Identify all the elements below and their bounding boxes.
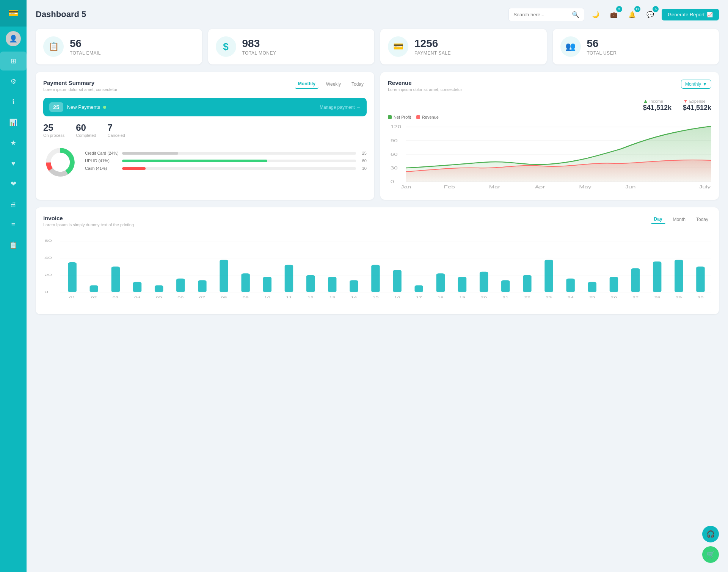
bar-7 <box>198 280 206 292</box>
svg-text:20: 20 <box>44 273 52 277</box>
search-bar[interactable]: 🔍 <box>508 8 584 21</box>
money-icon: $ <box>216 36 236 57</box>
support-fab[interactable]: 🎧 <box>702 526 719 542</box>
sidebar-item-heart[interactable]: ♥ <box>0 154 27 173</box>
cc-fill <box>122 152 178 155</box>
sidebar-item-dashboard[interactable]: ⊞ <box>0 52 27 71</box>
progress-row-cash: Cash (41%) 10 <box>85 166 367 171</box>
income-value: $41,512k <box>643 104 672 112</box>
sidebar-item-chart[interactable]: 📊 <box>0 113 27 132</box>
bar-24 <box>566 279 574 292</box>
svg-text:09: 09 <box>243 295 249 299</box>
income-stat: ▲ Income $41,512k <box>643 98 672 112</box>
bar-18 <box>436 273 445 292</box>
svg-text:Jan: Jan <box>401 185 411 189</box>
svg-text:60: 60 <box>391 152 398 157</box>
svg-text:17: 17 <box>416 295 422 299</box>
invoice-title: Invoice <box>43 215 134 221</box>
search-input[interactable] <box>513 12 569 17</box>
user-label: TOTAL USER <box>587 50 617 56</box>
tab-monthly-payment[interactable]: Monthly <box>295 80 318 89</box>
revenue-dot <box>416 115 420 119</box>
invoice-tabs: Day Month Today <box>651 215 711 224</box>
bar-12 <box>306 275 315 292</box>
bar-29 <box>675 260 683 292</box>
manage-payment-link[interactable]: Manage payment → <box>320 105 361 110</box>
invoice-subtitle: Lorem Ipsum is simply dummy text of the … <box>43 223 134 227</box>
bar-21 <box>501 280 510 292</box>
payment-number: 1256 <box>414 38 451 50</box>
x-labels: 0102030405060708091011121314151617181920… <box>69 295 704 299</box>
invoice-bar-svg: 60 40 20 0 01020304050607080910111213141… <box>43 237 711 305</box>
heart-icon: ♥ <box>11 160 16 168</box>
sidebar-item-print[interactable]: 🖨 <box>0 195 27 214</box>
svg-text:22: 22 <box>524 295 530 299</box>
bar-17 <box>415 285 423 292</box>
avatar[interactable]: 👤 <box>6 31 21 46</box>
tab-today-invoice[interactable]: Today <box>693 215 711 224</box>
sidebar-item-info[interactable]: ℹ <box>0 92 27 111</box>
sidebar-item-settings[interactable]: ⚙ <box>0 72 27 91</box>
progress-row-cc: Credit Card (24%) 25 <box>85 151 367 155</box>
tab-day-invoice[interactable]: Day <box>651 215 665 224</box>
payment-highlight-left: 25 New Payments <box>49 102 106 112</box>
bar-13 <box>328 277 336 292</box>
payment-highlight-row: 25 New Payments Manage payment → <box>43 98 367 116</box>
svg-text:0: 0 <box>44 290 48 294</box>
bell-btn[interactable]: 🔔 12 <box>625 8 639 21</box>
svg-text:16: 16 <box>394 295 400 299</box>
wallet-btn[interactable]: 💼 2 <box>607 8 621 21</box>
cart-fab[interactable]: 🛒 <box>702 546 719 563</box>
dark-mode-toggle[interactable]: 🌙 <box>589 8 602 21</box>
svg-text:26: 26 <box>611 295 617 299</box>
donut-svg <box>43 145 77 179</box>
revenue-title-group: Revenue Lorem ipsum dolor sit amet, cons… <box>388 80 462 92</box>
tab-weekly-payment[interactable]: Weekly <box>323 80 344 89</box>
revenue-legend: Net Profit Revenue <box>388 115 711 119</box>
tab-today-payment[interactable]: Today <box>348 80 367 89</box>
svg-text:20: 20 <box>481 295 487 299</box>
svg-text:14: 14 <box>351 295 357 299</box>
stat-cards-row: 📋 56 TOTAL EMAIL $ 983 TOTAL MONEY 💳 125… <box>36 29 719 64</box>
tab-month-invoice[interactable]: Month <box>670 215 689 224</box>
expense-stat: ▼ Expense $41,512k <box>683 98 711 112</box>
sidebar-logo: 💳 <box>0 0 27 27</box>
svg-text:29: 29 <box>676 295 682 299</box>
dashboard-icon: ⊞ <box>11 57 16 65</box>
bar-22 <box>523 275 531 292</box>
bar-10 <box>263 277 271 292</box>
generate-label: Generate Report <box>668 12 704 17</box>
svg-text:25: 25 <box>589 295 596 299</box>
svg-text:May: May <box>579 185 591 189</box>
bar-15 <box>371 265 380 292</box>
legend-net-profit: Net Profit <box>388 115 411 119</box>
chat-btn[interactable]: 💬 5 <box>643 8 657 21</box>
canceled-value: 7 <box>107 122 125 133</box>
progress-row-upi: UPI ID (41%) 60 <box>85 158 367 163</box>
bar-1 <box>68 262 76 292</box>
sidebar-item-star[interactable]: ★ <box>0 133 27 152</box>
bar-chart-icon: 📈 <box>707 12 713 17</box>
revenue-monthly-dropdown[interactable]: Monthly ▼ <box>681 80 711 89</box>
moon-icon: 🌙 <box>592 11 599 18</box>
sidebar-item-list[interactable]: 📋 <box>0 236 27 255</box>
email-icon: 📋 <box>43 36 64 57</box>
svg-text:Feb: Feb <box>444 185 455 189</box>
stat-on-process: 25 On process <box>43 122 64 138</box>
generate-report-button[interactable]: Generate Report 📈 <box>662 9 719 20</box>
chat-badge: 5 <box>653 6 659 12</box>
area-chart-container: 120 90 60 30 0 <box>388 122 711 192</box>
chevron-down-icon: ▼ <box>703 81 707 87</box>
header-right: 🔍 🌙 💼 2 🔔 12 💬 5 Generate Report 📈 <box>508 8 719 21</box>
sidebar-item-menu[interactable]: ≡ <box>0 215 27 234</box>
svg-text:19: 19 <box>459 295 465 299</box>
bar-28 <box>653 262 661 292</box>
stat-completed: 60 Completed <box>76 122 96 138</box>
svg-text:Jun: Jun <box>625 185 635 189</box>
payment-summary-title-group: Payment Summary Lorem ipsum dolor sit am… <box>43 80 118 92</box>
cc-track <box>122 152 356 155</box>
bell-icon: 🔔 <box>628 11 636 18</box>
sidebar-item-heart2[interactable]: ❤ <box>0 174 27 193</box>
star-icon: ★ <box>10 139 16 147</box>
svg-text:04: 04 <box>134 295 141 299</box>
